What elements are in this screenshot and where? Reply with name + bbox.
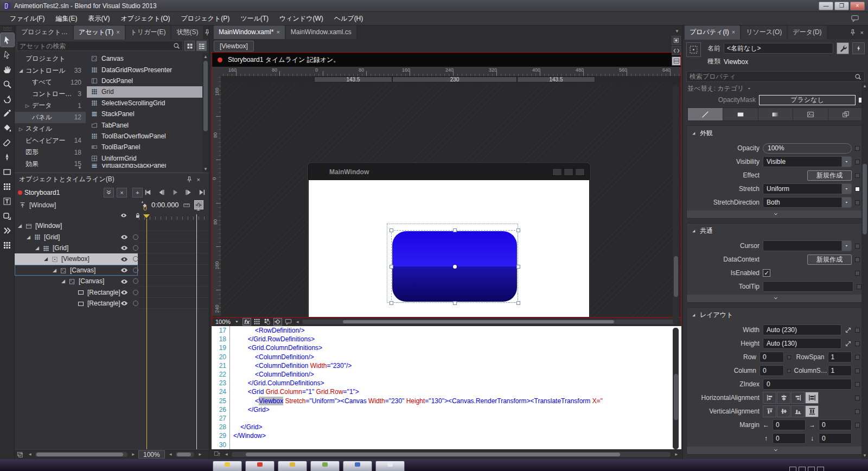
opacity-field[interactable]: 100%: [763, 143, 852, 154]
maximize-button[interactable]: ❐: [834, 2, 849, 10]
advanced-marker[interactable]: [855, 368, 860, 373]
align-horizontal-stretch-button[interactable]: [805, 392, 819, 404]
margin-top-field[interactable]: 0: [773, 433, 806, 444]
selection-handle[interactable]: [516, 301, 520, 305]
advanced-marker[interactable]: [855, 244, 860, 249]
timeline-zoom[interactable]: 100%: [138, 450, 165, 459]
close-icon[interactable]: ×: [860, 29, 864, 36]
property-search-box[interactable]: [686, 71, 865, 82]
effects-toggle[interactable]: fx: [242, 318, 251, 326]
split-grip-icon[interactable]: [214, 451, 221, 457]
selection-handle[interactable]: [516, 265, 520, 269]
close-storyboard-button[interactable]: ×: [117, 188, 127, 198]
advanced-marker[interactable]: [787, 369, 791, 373]
assets-tab-2[interactable]: トリガー(E): [126, 26, 171, 40]
effect-new-button[interactable]: 新規作成: [807, 170, 852, 181]
code-line[interactable]: 27: [212, 414, 681, 423]
code-line[interactable]: 24 <Grid Grid.Column="1" Grid.Row="1">: [212, 387, 681, 396]
storyboard-name[interactable]: Storyboard1: [24, 189, 60, 196]
tool-assets[interactable]: [1, 238, 14, 252]
solid-color-brush-tab[interactable]: [723, 108, 758, 120]
tray-item[interactable]: [808, 467, 815, 471]
brush-resource-tab[interactable]: [828, 108, 863, 120]
assets-tab-3[interactable]: 状態(S): [171, 26, 203, 40]
gradient-brush-tab[interactable]: [758, 108, 794, 120]
storyboard-picker-button[interactable]: [104, 188, 114, 198]
design-surface[interactable]: MainWindow: [221, 83, 681, 317]
tool-transform[interactable]: [1, 209, 14, 222]
tool-direct-selection[interactable]: [1, 48, 14, 61]
tree-item[interactable]: ◢[Viewbox]: [15, 253, 138, 264]
rowspan-field[interactable]: 1: [828, 352, 852, 362]
asset-item[interactable]: SelectiveScrollingGrid: [87, 98, 202, 109]
tree-item[interactable]: ◢[Grid]: [15, 231, 138, 242]
lock-toggle[interactable]: [133, 245, 138, 251]
datacontext-new-button[interactable]: 新規作成: [807, 254, 852, 265]
asset-item[interactable]: UniformGrid: [87, 153, 202, 164]
column-size-label[interactable]: 143.5: [517, 77, 595, 82]
name-field[interactable]: [724, 43, 833, 54]
asset-category-8[interactable]: 図形18: [15, 147, 86, 158]
visibility-column-icon[interactable]: [119, 212, 128, 219]
tool-camera-orbit[interactable]: [1, 92, 14, 105]
close-icon[interactable]: ×: [732, 29, 735, 35]
xaml-editor[interactable]: 17 <RowDefinition/>18 </Grid.RowDefiniti…: [212, 326, 681, 449]
assets-tab-1[interactable]: アセット(T)×: [74, 26, 125, 40]
tree-item[interactable]: ◢[Canvas]: [15, 276, 138, 287]
taskbar-button-app-white[interactable]: [375, 461, 405, 471]
advanced-marker[interactable]: [855, 396, 860, 400]
document-tab-0[interactable]: MainWindow.xaml*×: [214, 26, 285, 39]
columnspan-field[interactable]: 1: [828, 365, 852, 376]
visibility-toggle[interactable]: [120, 255, 129, 263]
close-icon[interactable]: ×: [276, 29, 279, 35]
properties-tab-0[interactable]: プロパティ(I)×: [685, 26, 740, 40]
lock-toggle[interactable]: [133, 256, 138, 262]
tool-paint-bucket[interactable]: [1, 121, 14, 135]
visibility-toggle[interactable]: [120, 266, 129, 274]
code-line[interactable]: 17 <RowDefinition/>: [212, 326, 681, 335]
close-button[interactable]: ×: [850, 2, 865, 10]
design-view-button[interactable]: [672, 36, 681, 45]
timeline-lane[interactable]: [139, 298, 209, 309]
snap-grid-toggle[interactable]: [263, 318, 272, 326]
show-advanced-properties[interactable]: [687, 295, 864, 302]
feedback-bubble-icon[interactable]: [851, 15, 859, 23]
column-size-label[interactable]: 230: [392, 77, 517, 82]
advanced-marker[interactable]: [855, 423, 860, 428]
asset-category-0[interactable]: プロジェクト: [15, 53, 86, 65]
menu-item-2[interactable]: 表示(V): [82, 12, 115, 26]
split-view-button[interactable]: [672, 56, 681, 66]
asset-item[interactable]: DataGridRowsPresenter: [87, 64, 202, 75]
margin-right-field[interactable]: 0: [819, 419, 852, 430]
opacity-mask-value[interactable]: ブラシなし: [759, 95, 856, 105]
scroll-right-icon[interactable]: ▼: [131, 451, 136, 458]
tool-pan[interactable]: [1, 62, 14, 76]
asset-item[interactable]: ToolBarOverflowPanel: [87, 131, 202, 142]
asset-item[interactable]: Canvas: [87, 53, 202, 64]
menu-item-0[interactable]: ファイル(F): [4, 12, 50, 26]
tl-scroll-left-icon[interactable]: ▼: [168, 451, 173, 458]
advanced-marker[interactable]: [855, 160, 860, 164]
asset-item[interactable]: TabPanel: [87, 119, 202, 130]
code-scroll-left-icon[interactable]: ▼: [224, 451, 229, 457]
lock-toggle[interactable]: [133, 301, 138, 306]
artboard-hscrollbar[interactable]: [302, 320, 678, 324]
properties-tab-1[interactable]: リソース(O): [741, 26, 787, 40]
visibility-toggle[interactable]: [120, 233, 129, 241]
new-storyboard-button[interactable]: +: [132, 188, 143, 198]
tree-item[interactable]: ◢[Window]: [15, 220, 138, 231]
menu-item-6[interactable]: ウィンドウ(W): [274, 12, 329, 26]
close-icon[interactable]: ×: [116, 29, 119, 35]
selection-handle[interactable]: [516, 228, 520, 232]
selection-handle[interactable]: [453, 301, 457, 305]
code-line[interactable]: 21 <ColumnDefinition Width="230"/>: [212, 361, 681, 370]
align-horizontal-right-bottom-button[interactable]: [791, 392, 805, 404]
collapse-icon[interactable]: [691, 313, 696, 317]
grid-view-button[interactable]: [184, 41, 195, 51]
tool-zoom[interactable]: [1, 77, 14, 91]
isenabled-checkbox[interactable]: ✓: [763, 269, 770, 277]
category-scroll-down-icon[interactable]: ▼: [76, 166, 83, 170]
show-advanced-properties[interactable]: [687, 211, 864, 218]
align-horizontal-center-button[interactable]: [777, 392, 790, 404]
pin-icon[interactable]: [186, 176, 193, 183]
